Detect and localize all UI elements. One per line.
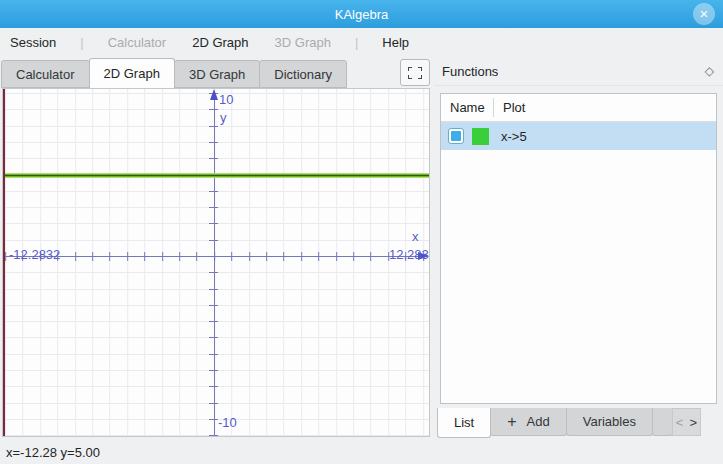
functions-panel-header: Functions ◇: [434, 57, 723, 86]
menu-separator: |: [344, 35, 369, 50]
scroll-right-icon[interactable]: >: [689, 415, 697, 430]
x-max-label: 12.2832: [389, 247, 430, 262]
x-axis: [3, 256, 427, 257]
menu-separator: |: [69, 35, 94, 50]
column-header-name[interactable]: Name: [441, 100, 493, 115]
dock-float-icon[interactable]: ◇: [705, 64, 714, 78]
menu-session[interactable]: Session: [10, 35, 69, 50]
y-axis-arrow-icon: [210, 89, 218, 100]
tab-calculator[interactable]: Calculator: [1, 60, 90, 88]
column-divider: [493, 98, 494, 117]
y-axis-name: y: [220, 110, 227, 125]
functions-table-header: Name Plot: [441, 94, 716, 122]
menubar: Session | Calculator 2D Graph 3D Graph |…: [0, 28, 723, 57]
window-title: KAlgebra: [335, 7, 388, 22]
tab-scroll-buttons: < >: [672, 408, 701, 436]
menu-help[interactable]: Help: [369, 35, 422, 50]
close-icon[interactable]: ×: [693, 3, 715, 25]
plot-line-y5: [3, 173, 429, 178]
scroll-left-icon: <: [676, 415, 684, 430]
fullscreen-icon: [408, 67, 422, 79]
x-axis-name: x: [412, 229, 419, 244]
functions-panel: Functions ◇ Name Plot x->5 List + Add: [434, 57, 723, 441]
tab-3d-graph[interactable]: 3D Graph: [174, 60, 260, 88]
tab-variables[interactable]: Variables: [566, 408, 653, 436]
function-plot-expression: x->5: [501, 129, 527, 144]
graph-canvas[interactable]: 10 y x 12.2832 -12.2832 -10: [2, 88, 430, 437]
tab-dictionary[interactable]: Dictionary: [259, 60, 347, 88]
view-tabbar: Calculator 2D Graph 3D Graph Dictionary: [2, 57, 432, 88]
menu-calculator: Calculator: [95, 35, 180, 50]
functions-panel-tabbar: List + Add Variables < >: [438, 408, 723, 438]
x-min-label: -12.2832: [9, 247, 60, 262]
function-visible-checkbox[interactable]: [448, 128, 464, 144]
y-axis: [214, 91, 215, 436]
plus-icon: +: [507, 413, 516, 431]
y-min-label: -10: [218, 415, 237, 430]
tab-list[interactable]: List: [437, 408, 491, 438]
tab-partial[interactable]: [652, 408, 673, 436]
checkbox-check-icon: [451, 131, 461, 141]
tab-add[interactable]: + Add: [490, 408, 566, 436]
functions-panel-title: Functions: [442, 64, 498, 79]
function-color-swatch: [472, 128, 489, 145]
cursor-coordinates: x=-12.28 y=5.00: [6, 445, 100, 460]
statusbar: x=-12.28 y=5.00: [0, 441, 723, 464]
fullscreen-button[interactable]: [400, 59, 430, 86]
functions-table: Name Plot x->5: [440, 93, 717, 404]
column-header-plot[interactable]: Plot: [493, 100, 525, 115]
kalgebra-window: KAlgebra × Session | Calculator 2D Graph…: [0, 0, 723, 464]
y-max-label: 10: [219, 92, 233, 107]
tab-2d-graph[interactable]: 2D Graph: [89, 58, 175, 88]
titlebar[interactable]: KAlgebra ×: [0, 0, 723, 28]
cursor-line: [3, 89, 5, 436]
menu-3d-graph: 3D Graph: [262, 35, 344, 50]
function-row[interactable]: x->5: [441, 122, 716, 150]
menu-2d-graph[interactable]: 2D Graph: [179, 35, 261, 50]
